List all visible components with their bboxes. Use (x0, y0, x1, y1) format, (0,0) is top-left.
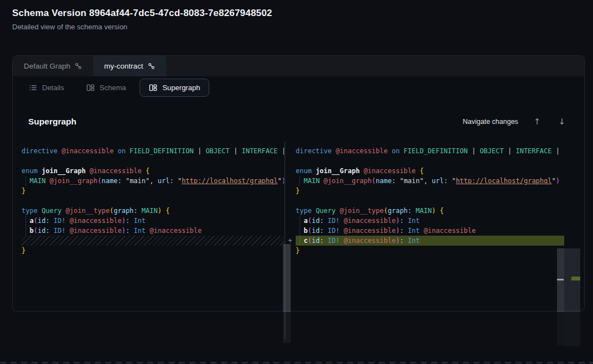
view-tabs: Details Schema Supergraph (13, 76, 584, 99)
indent-guide (25, 226, 26, 236)
variant-icon (148, 63, 155, 70)
indent-guide (300, 226, 300, 236)
indent-guide (25, 216, 26, 226)
diff-editor[interactable]: directive @inaccessible on FIELD_DEFINIT… (17, 142, 580, 311)
columns-icon (86, 84, 95, 92)
tab-default-graph-label: Default Graph (24, 62, 70, 70)
tab-schema[interactable]: Schema (78, 79, 135, 97)
code-line: type Query @join__type(graph: MAIN) { (22, 206, 284, 216)
diff-left-pane[interactable]: directive @inaccessible on FIELD_DEFINIT… (17, 142, 284, 311)
navigate-changes-label: Navigate changes (463, 118, 518, 126)
indent-guide (300, 216, 300, 226)
page-title: Schema Version 8964af44-7dc5-47cd-8083-7… (12, 8, 272, 19)
indent-guide (25, 176, 26, 186)
code-line (296, 196, 564, 206)
code-line: } (296, 246, 564, 256)
code-line: directive @inaccessible on FIELD_DEFINIT… (22, 146, 284, 156)
added-code-line: c(id: ID! @inaccessible): Int (296, 236, 564, 246)
previous-change-button[interactable]: ↑ (532, 117, 543, 127)
tab-my-contract-label: my-contract (104, 62, 143, 70)
columns-icon (149, 84, 157, 92)
variant-icon (75, 63, 82, 70)
code-line: a(id: ID! @inaccessible): Int (296, 216, 564, 226)
code-line: MAIN @join__graph(name: "main", url: "ht… (22, 176, 284, 186)
code-line: enum join__Graph @inaccessible { (22, 166, 284, 176)
code-line (22, 196, 284, 206)
tab-supergraph[interactable]: Supergraph (140, 79, 209, 97)
code-line: directive @inaccessible on FIELD_DEFINIT… (296, 146, 564, 156)
minimap[interactable] (564, 248, 580, 312)
code-line (296, 156, 564, 166)
code-line: a(id: ID! @inaccessible): Int (22, 216, 284, 226)
minimap-track (564, 312, 580, 346)
diff-right-pane[interactable]: directive @inaccessible on FIELD_DEFINIT… (295, 142, 564, 311)
tab-schema-label: Schema (100, 84, 126, 92)
navigate-changes: Navigate changes ↑ ↓ (463, 117, 568, 127)
page-header: Schema Version 8964af44-7dc5-47cd-8083-7… (12, 8, 272, 31)
diff-filler-line (22, 236, 284, 246)
graph-variant-tabs: Default Graph my-contract (13, 56, 584, 76)
indent-guide (300, 236, 300, 246)
code-line: } (22, 186, 284, 196)
tab-details-label: Details (42, 84, 64, 92)
code-line: b(id: ID! @inaccessible): Int @inaccessi… (296, 226, 564, 236)
code-line: type Query @join__type(graph: MAIN) { (296, 206, 564, 216)
left-scrollbar-track (283, 312, 291, 343)
code-line: b(id: ID! @inaccessible): Int @inaccessi… (22, 226, 284, 236)
code-line: enum join__Graph @inaccessible { (296, 166, 564, 176)
minimap-added-marker (571, 277, 580, 280)
code-line: } (296, 186, 564, 196)
list-icon (29, 84, 37, 92)
left-scrollbar[interactable] (283, 244, 291, 312)
tab-default-graph[interactable]: Default Graph (13, 56, 93, 76)
panel-heading: Supergraph (28, 117, 76, 127)
overview-ruler-marker (557, 279, 564, 280)
bottom-dashed-divider (0, 362, 593, 363)
page-subtitle: Detailed view of the schema version (12, 23, 272, 31)
right-scrollbar-track (557, 312, 564, 345)
tab-my-contract[interactable]: my-contract (93, 56, 166, 76)
tab-details[interactable]: Details (20, 79, 73, 97)
tab-supergraph-label: Supergraph (162, 84, 200, 92)
panel-header: Supergraph Navigate changes ↑ ↓ (28, 117, 568, 127)
indent-guide (300, 176, 300, 186)
next-change-button[interactable]: ↓ (556, 117, 568, 127)
schema-version-card: Default Graph my-contract (12, 55, 585, 311)
code-line: MAIN @join__graph(name: "main", url: "ht… (296, 176, 564, 186)
code-line: } (22, 246, 284, 256)
code-line (22, 156, 284, 166)
